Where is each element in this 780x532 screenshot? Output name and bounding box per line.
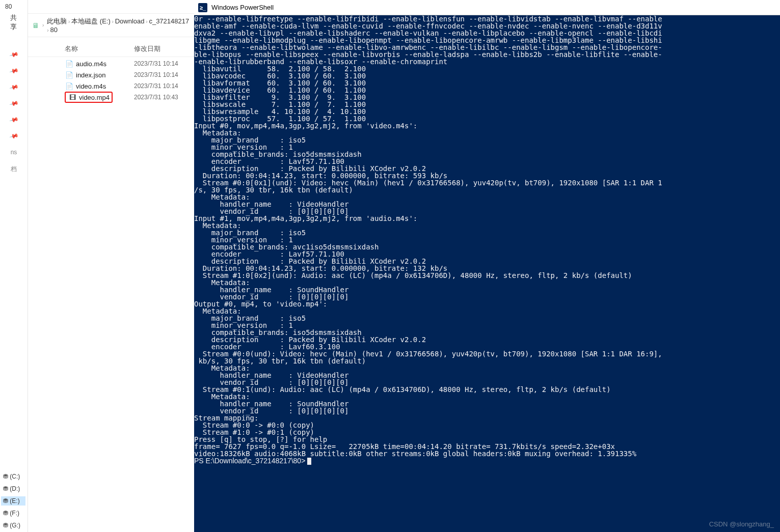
cursor bbox=[307, 458, 311, 465]
address-chip: 80 bbox=[0, 0, 28, 11]
file-date: 2023/7/31 10:14 bbox=[134, 82, 190, 90]
pin-icon: 📌 bbox=[9, 66, 19, 76]
breadcrumb[interactable]: 🖥 › 此电脑 › 本地磁盘 (E:) › Download › c_37214… bbox=[28, 13, 194, 37]
sidebar-text: 档 bbox=[11, 165, 17, 174]
watermark: CSDN @slongzhang_ bbox=[709, 520, 774, 528]
powershell-output[interactable]: 0r --enable-libfreetype --enable-libfrib… bbox=[194, 15, 780, 532]
pin-icon: 📌 bbox=[9, 98, 19, 108]
pin-icon: 📌 bbox=[9, 49, 19, 60]
json-icon: 📄 bbox=[65, 70, 74, 79]
file-list[interactable]: 📄audio.m4s2023/7/31 10:14📄index.json2023… bbox=[28, 57, 194, 532]
file-row[interactable]: 🎞video.mp42023/7/31 10:43 bbox=[28, 92, 194, 103]
file-date: 2023/7/31 10:14 bbox=[134, 71, 190, 78]
drive-item[interactable]: ⛃ (G:) bbox=[1, 521, 25, 530]
pc-icon: 🖥 bbox=[32, 21, 39, 30]
breadcrumb-segment[interactable]: 本地磁盘 (E:) bbox=[71, 17, 111, 25]
chevron-right-icon: › bbox=[67, 19, 71, 24]
file-icon: 📄 bbox=[65, 81, 74, 91]
powershell-window: ≥_ Windows PowerShell 0r --enable-libfre… bbox=[194, 0, 780, 532]
mp4-icon: 🎞 bbox=[68, 93, 77, 102]
file-icon: 📄 bbox=[65, 59, 74, 68]
chevron-right-icon: › bbox=[42, 22, 44, 28]
columns-header[interactable]: 名称 修改日期 bbox=[28, 40, 194, 57]
file-name: index.json bbox=[76, 71, 134, 79]
powershell-prompt[interactable]: PS E:\Download\c_372148217\80> bbox=[194, 457, 307, 465]
left-edge-panel: 80 共享 查看 📌 📌 📌 📌 📌 📌 ns 档 ⛃ (C:)⛃ (D:)⛃ … bbox=[0, 0, 28, 532]
file-name: video.mp4 bbox=[79, 94, 110, 101]
file-date: 2023/7/31 10:43 bbox=[134, 94, 190, 101]
chevron-right-icon: › bbox=[111, 19, 115, 24]
powershell-icon: ≥_ bbox=[198, 3, 207, 12]
pin-icon: 📌 bbox=[9, 115, 19, 125]
sidebar-text: ns bbox=[11, 149, 17, 156]
file-row[interactable]: 📄audio.m4s2023/7/31 10:14 bbox=[28, 58, 194, 69]
pin-icon: 📌 bbox=[9, 82, 19, 92]
powershell-titlebar[interactable]: ≥_ Windows PowerShell bbox=[194, 0, 780, 15]
breadcrumb-segment[interactable]: Download bbox=[115, 17, 145, 25]
column-name[interactable]: 名称 bbox=[32, 44, 134, 53]
file-date: 2023/7/31 10:14 bbox=[134, 60, 190, 67]
column-date[interactable]: 修改日期 bbox=[134, 44, 190, 53]
drive-item[interactable]: ⛃ (D:) bbox=[1, 484, 25, 493]
file-row[interactable]: 📄video.m4s2023/7/31 10:14 bbox=[28, 80, 194, 92]
powershell-title: Windows PowerShell bbox=[211, 4, 274, 11]
drive-item[interactable]: ⛃ (F:) bbox=[1, 509, 25, 518]
file-explorer: 🖥 › 此电脑 › 本地磁盘 (E:) › Download › c_37214… bbox=[28, 0, 194, 532]
drive-item[interactable]: ⛃ (E:) bbox=[1, 496, 25, 506]
drive-item[interactable]: ⛃ (C:) bbox=[1, 472, 25, 481]
pin-icon: 📌 bbox=[9, 131, 19, 141]
breadcrumb-segment[interactable]: 80 bbox=[50, 26, 57, 34]
file-name: audio.m4s bbox=[76, 60, 134, 68]
file-name: video.m4s bbox=[76, 82, 134, 90]
breadcrumb-segment[interactable]: c_372148217 bbox=[149, 17, 189, 25]
file-row[interactable]: 📄index.json2023/7/31 10:14 bbox=[28, 69, 194, 80]
breadcrumb-segment[interactable]: 此电脑 bbox=[47, 17, 67, 25]
share-tab[interactable]: 共享 bbox=[10, 13, 17, 32]
